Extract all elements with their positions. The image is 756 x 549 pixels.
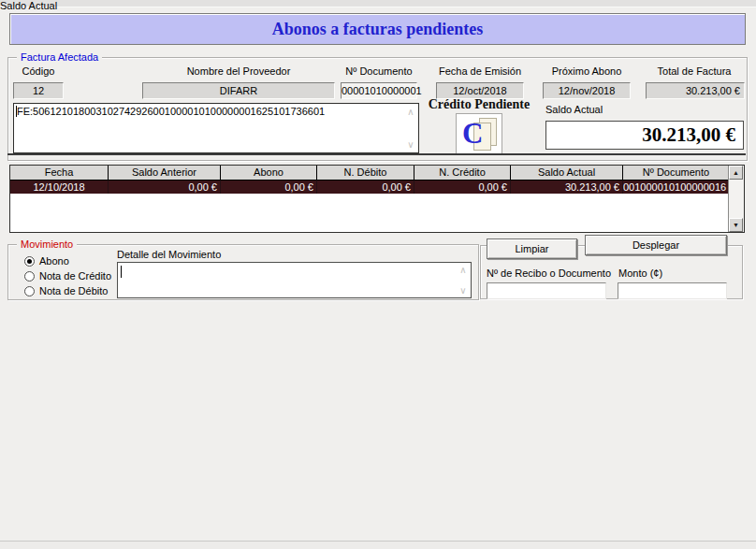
scroll-down-icon[interactable]: ∨: [405, 140, 416, 150]
radio-abono[interactable]: [24, 256, 35, 267]
column-header[interactable]: Nº Documento: [623, 166, 729, 180]
column-header[interactable]: Saldo Actual: [511, 166, 623, 180]
cell-saldo-actual: 30.213,00 €: [511, 181, 623, 194]
page-title: Abonos a facturas pendientes: [272, 20, 484, 39]
recibo-input[interactable]: [487, 282, 606, 299]
window-bottom-edge: [0, 541, 756, 549]
saldo-actual-label: Saldo Actual: [0, 0, 57, 12]
saldo-actual-label: Saldo Actual: [545, 104, 658, 116]
scrollbar-up-button[interactable]: ▲: [729, 166, 743, 180]
monto-input[interactable]: [618, 282, 727, 299]
saldo-actual-field: 30.213,00 €: [545, 121, 744, 150]
app-window: Abonos a facturas pendientes Factura Afe…: [0, 0, 756, 549]
credito-pendiente-label: Crédito Pendiente: [417, 97, 541, 112]
codigo-label: Código: [13, 65, 64, 78]
column-header[interactable]: Abono: [221, 166, 317, 180]
cell-n-credito: 0,00 €: [414, 181, 511, 194]
radio-nota-debito-label[interactable]: Nota de Débito: [39, 285, 108, 296]
scroll-down-icon[interactable]: ∨: [458, 286, 469, 296]
column-header[interactable]: N. Débito: [317, 166, 414, 180]
cell-saldo-anterior: 0,00 €: [109, 181, 221, 194]
text-caret: [121, 266, 122, 278]
radio-nota-debito[interactable]: [24, 286, 35, 296]
table-row-selected[interactable]: 12/10/2018 0,00 € 0,00 € 0,00 € 0,00 € 3…: [10, 181, 744, 194]
radio-abono-label[interactable]: Abono: [39, 255, 69, 267]
limpiar-button[interactable]: Limpiar: [487, 238, 577, 259]
fe-document-textarea[interactable]: FE:5061210180031027429260010000101000000…: [13, 103, 419, 153]
desplegar-button[interactable]: Desplegar: [585, 235, 727, 255]
documento-label: Nº Documento: [339, 65, 419, 78]
radio-nota-credito[interactable]: [24, 271, 35, 282]
scroll-up-icon[interactable]: ∧: [458, 266, 469, 275]
text-caret: [16, 106, 17, 117]
codigo-field: 12: [13, 82, 64, 99]
cell-n-documento: 001000010100000016: [623, 181, 729, 194]
column-header[interactable]: Fecha: [10, 166, 109, 180]
page-title-panel: Abonos a facturas pendientes: [9, 13, 746, 45]
arrow-up-icon: ▲: [733, 169, 739, 176]
radio-dot: [27, 259, 32, 264]
movimientos-table[interactable]: Fecha Saldo Anterior Abono N. Débito N. …: [9, 165, 745, 233]
documento-field[interactable]: 00001010000001: [341, 82, 417, 99]
column-header[interactable]: N. Crédito: [414, 166, 511, 180]
proveedor-label: Nombre del Proveedor: [142, 65, 335, 78]
radio-nota-credito-label[interactable]: Nota de Crédito: [39, 270, 111, 282]
table-header-row: Fecha Saldo Anterior Abono N. Débito N. …: [10, 166, 744, 181]
scrollbar-down-button[interactable]: ▼: [729, 218, 743, 232]
credit-c-icon: C: [462, 118, 483, 150]
total-factura-label: Total de Factura: [644, 65, 745, 78]
table-scrollbar[interactable]: ▲ ▼: [728, 166, 744, 232]
proximo-abono-label: Próximo Abono: [541, 65, 632, 78]
proveedor-field: DIFARR: [142, 82, 335, 99]
divider-line: [7, 153, 746, 155]
detalle-movimiento-textarea[interactable]: ∧ ∨: [117, 262, 472, 298]
monto-label: Monto (¢): [618, 267, 662, 279]
arrow-down-icon: ▼: [733, 222, 739, 228]
total-factura-field: 30.213,00 €: [646, 82, 745, 99]
recibo-label: Nº de Recibo o Documento: [487, 267, 611, 279]
credito-pendiente-button[interactable]: C: [456, 113, 502, 154]
cell-n-debito: 0,00 €: [317, 181, 414, 194]
cell-abono: 0,00 €: [221, 181, 317, 194]
cell-fecha: 12/10/2018: [10, 181, 109, 194]
window-top-edge: [0, 0, 756, 7]
scroll-up-icon[interactable]: ∧: [405, 108, 416, 117]
column-header[interactable]: Saldo Anterior: [109, 166, 221, 180]
detalle-movimiento-label: Detalle del Movimiento: [117, 249, 221, 260]
emision-label: Fecha de Emisión: [434, 65, 526, 78]
factura-afectada-legend: Factura Afectada: [17, 51, 102, 63]
proximo-abono-field: 12/nov/2018: [543, 82, 631, 99]
movimiento-legend: Movimiento: [17, 238, 77, 250]
fe-document-text: FE:5061210180031027429260010000101000000…: [17, 106, 325, 117]
